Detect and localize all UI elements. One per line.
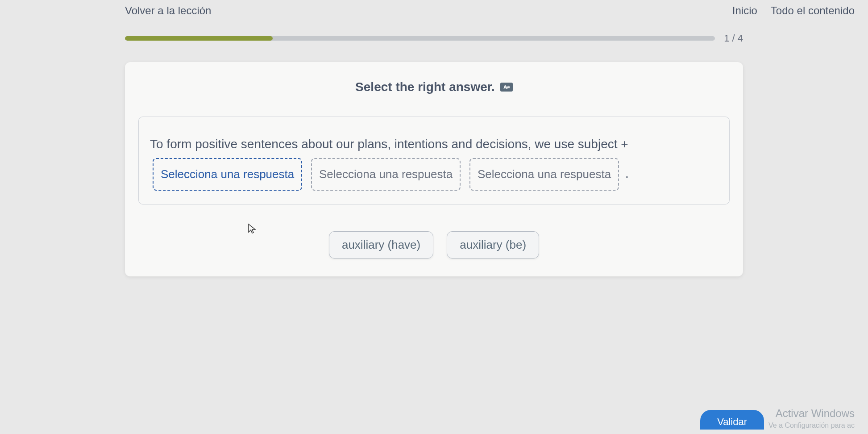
translate-icon[interactable]: A⇄ — [500, 83, 513, 92]
instruction-text: Select the right answer. — [355, 80, 495, 94]
question-box: To form positive sentences about our pla… — [138, 117, 730, 204]
footer-area: Validar Activar Windows Ve a Configuraci… — [700, 403, 855, 434]
validate-button[interactable]: Validar — [700, 410, 764, 430]
answer-option-be[interactable]: auxiliary (be) — [447, 231, 539, 259]
progress-fill — [125, 36, 273, 41]
progress-counter: 1 / 4 — [724, 33, 743, 44]
nav-links: Inicio Todo el contenido — [732, 4, 855, 17]
nav-inicio[interactable]: Inicio — [732, 4, 757, 17]
progress-container: 1 / 4 — [0, 19, 868, 53]
answer-slot-2[interactable]: Selecciona una respuesta — [311, 158, 461, 191]
question-text-before: To form positive sentences about our pla… — [150, 137, 628, 151]
answer-option-have[interactable]: auxiliary (have) — [329, 231, 433, 259]
windows-watermark-title: Activar Windows — [768, 407, 855, 420]
instruction-row: Select the right answer. A⇄ — [138, 80, 730, 94]
header-bar: Volver a la lección Inicio Todo el conte… — [0, 0, 868, 19]
windows-watermark-sub: Ve a Configuración para ac — [768, 421, 855, 430]
nav-todo-contenido[interactable]: Todo el contenido — [771, 4, 855, 17]
answer-pool: auxiliary (have) auxiliary (be) — [138, 231, 730, 259]
answer-slot-1[interactable]: Selecciona una respuesta — [153, 158, 302, 191]
question-text-end: . — [625, 167, 629, 180]
exercise-card: Select the right answer. A⇄ To form posi… — [125, 62, 743, 276]
progress-bar — [125, 36, 715, 41]
back-to-lesson-link[interactable]: Volver a la lección — [125, 4, 211, 17]
answer-slot-3[interactable]: Selecciona una respuesta — [469, 158, 619, 191]
